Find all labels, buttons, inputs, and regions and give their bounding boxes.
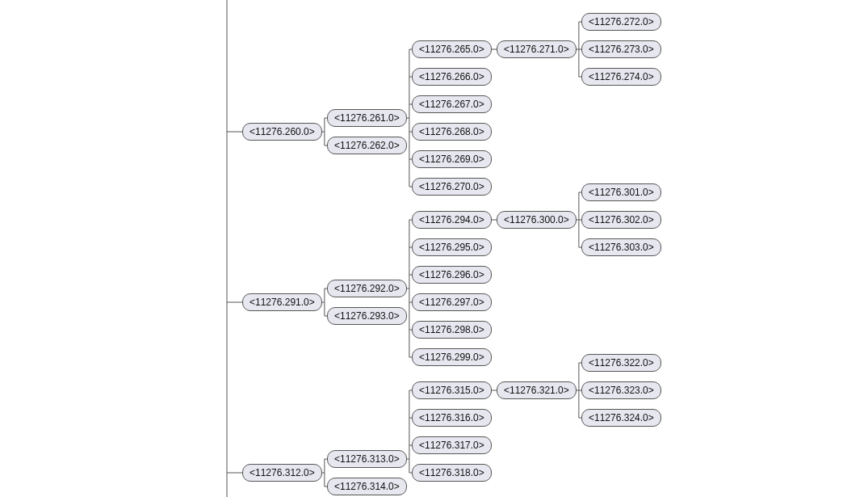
tree-node-label: <11276.268.0> bbox=[419, 126, 484, 137]
tree-node-label: <11276.315.0> bbox=[419, 385, 484, 396]
tree-node-317[interactable]: <11276.317.0> bbox=[412, 436, 492, 454]
tree-node-323[interactable]: <11276.323.0> bbox=[581, 381, 661, 399]
tree-node-label: <11276.292.0> bbox=[334, 283, 400, 294]
tree-node-269[interactable]: <11276.269.0> bbox=[412, 150, 492, 168]
tree-node-label: <11276.313.0> bbox=[334, 453, 400, 465]
tree-node-label: <11276.293.0> bbox=[334, 310, 400, 322]
tree-node-298[interactable]: <11276.298.0> bbox=[412, 321, 492, 339]
tree-node-313[interactable]: <11276.313.0> bbox=[327, 450, 407, 468]
tree-node-312[interactable]: <11276.312.0> bbox=[242, 464, 322, 482]
tree-node-294[interactable]: <11276.294.0> bbox=[412, 211, 492, 229]
tree-node-295[interactable]: <11276.295.0> bbox=[412, 238, 492, 256]
tree-node-label: <11276.312.0> bbox=[249, 467, 315, 478]
tree-node-261[interactable]: <11276.261.0> bbox=[327, 109, 407, 127]
tree-node-label: <11276.323.0> bbox=[589, 385, 654, 396]
tree-node-label: <11276.316.0> bbox=[419, 412, 484, 423]
tree-node-label: <11276.301.0> bbox=[589, 187, 654, 198]
tree-node-label: <11276.298.0> bbox=[419, 324, 484, 335]
tree-node-label: <11276.272.0> bbox=[589, 16, 654, 27]
tree-node-274[interactable]: <11276.274.0> bbox=[581, 68, 661, 86]
tree-node-296[interactable]: <11276.296.0> bbox=[412, 266, 492, 284]
tree-node-301[interactable]: <11276.301.0> bbox=[581, 183, 661, 201]
tree-node-label: <11276.274.0> bbox=[589, 71, 654, 82]
tree-node-label: <11276.291.0> bbox=[249, 297, 315, 308]
tree-node-262[interactable]: <11276.262.0> bbox=[327, 137, 407, 154]
tree-node-267[interactable]: <11276.267.0> bbox=[412, 95, 492, 113]
tree-node-324[interactable]: <11276.324.0> bbox=[581, 409, 661, 427]
tree-node-299[interactable]: <11276.299.0> bbox=[412, 348, 492, 366]
tree-node-label: <11276.317.0> bbox=[419, 440, 484, 451]
tree-node-label: <11276.294.0> bbox=[419, 214, 484, 225]
tree-node-label: <11276.303.0> bbox=[589, 242, 654, 253]
tree-node-label: <11276.262.0> bbox=[334, 140, 400, 151]
tree-node-314[interactable]: <11276.314.0> bbox=[327, 478, 407, 495]
tree-node-321[interactable]: <11276.321.0> bbox=[497, 381, 577, 399]
tree-node-label: <11276.261.0> bbox=[334, 112, 400, 124]
tree-node-273[interactable]: <11276.273.0> bbox=[581, 40, 661, 58]
tree-node-292[interactable]: <11276.292.0> bbox=[327, 280, 407, 297]
tree-node-label: <11276.267.0> bbox=[419, 99, 484, 110]
tree-node-label: <11276.270.0> bbox=[419, 181, 484, 192]
tree-node-label: <11276.321.0> bbox=[504, 385, 569, 396]
tree-node-266[interactable]: <11276.266.0> bbox=[412, 68, 492, 86]
tree-node-272[interactable]: <11276.272.0> bbox=[581, 13, 661, 31]
tree-node-270[interactable]: <11276.270.0> bbox=[412, 178, 492, 196]
tree-node-label: <11276.324.0> bbox=[589, 412, 654, 423]
tree-node-label: <11276.260.0> bbox=[249, 126, 315, 137]
tree-node-293[interactable]: <11276.293.0> bbox=[327, 307, 407, 325]
tree-node-label: <11276.296.0> bbox=[419, 269, 484, 280]
tree-node-271[interactable]: <11276.271.0> bbox=[497, 40, 577, 58]
tree-node-label: <11276.265.0> bbox=[419, 44, 484, 55]
tree-node-303[interactable]: <11276.303.0> bbox=[581, 238, 661, 256]
tree-node-label: <11276.300.0> bbox=[504, 214, 569, 225]
tree-node-label: <11276.297.0> bbox=[419, 297, 484, 308]
tree-node-label: <11276.273.0> bbox=[589, 44, 654, 55]
tree-node-318[interactable]: <11276.318.0> bbox=[412, 464, 492, 482]
tree-node-265[interactable]: <11276.265.0> bbox=[412, 40, 492, 58]
tree-node-label: <11276.318.0> bbox=[419, 467, 484, 478]
tree-node-260[interactable]: <11276.260.0> bbox=[242, 123, 322, 141]
tree-node-291[interactable]: <11276.291.0> bbox=[242, 293, 322, 311]
tree-node-302[interactable]: <11276.302.0> bbox=[581, 211, 661, 229]
tree-node-label: <11276.266.0> bbox=[419, 71, 484, 82]
tree-node-label: <11276.271.0> bbox=[504, 44, 569, 55]
tree-node-label: <11276.314.0> bbox=[334, 481, 400, 492]
tree-node-label: <11276.322.0> bbox=[589, 357, 654, 369]
tree-node-297[interactable]: <11276.297.0> bbox=[412, 293, 492, 311]
tree-node-label: <11276.269.0> bbox=[419, 154, 484, 165]
tree-node-316[interactable]: <11276.316.0> bbox=[412, 409, 492, 427]
tree-node-label: <11276.295.0> bbox=[419, 242, 484, 253]
tree-node-300[interactable]: <11276.300.0> bbox=[497, 211, 577, 229]
tree-node-268[interactable]: <11276.268.0> bbox=[412, 123, 492, 141]
tree-node-322[interactable]: <11276.322.0> bbox=[581, 354, 661, 372]
tree-node-label: <11276.302.0> bbox=[589, 214, 654, 225]
tree-node-315[interactable]: <11276.315.0> bbox=[412, 381, 492, 399]
tree-node-label: <11276.299.0> bbox=[419, 352, 484, 363]
